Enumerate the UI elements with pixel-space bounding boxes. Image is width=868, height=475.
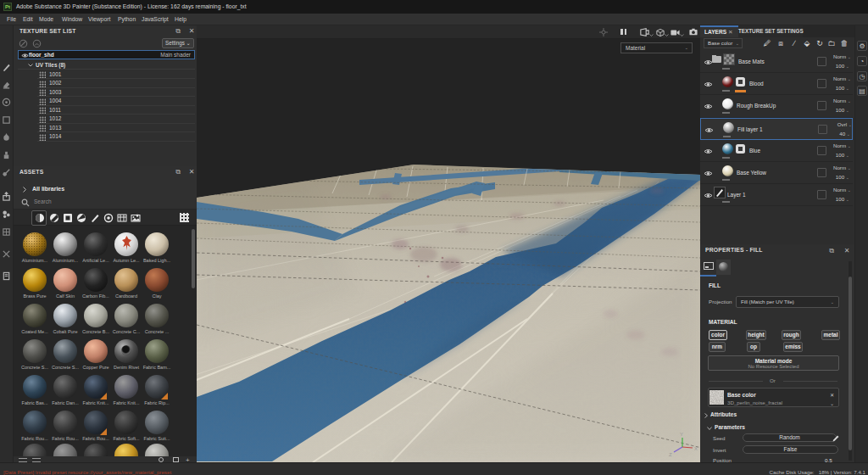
svg-text:Z: Z — [669, 452, 672, 457]
svg-text:X: X — [694, 446, 698, 451]
svg-text:Y: Y — [680, 432, 683, 437]
